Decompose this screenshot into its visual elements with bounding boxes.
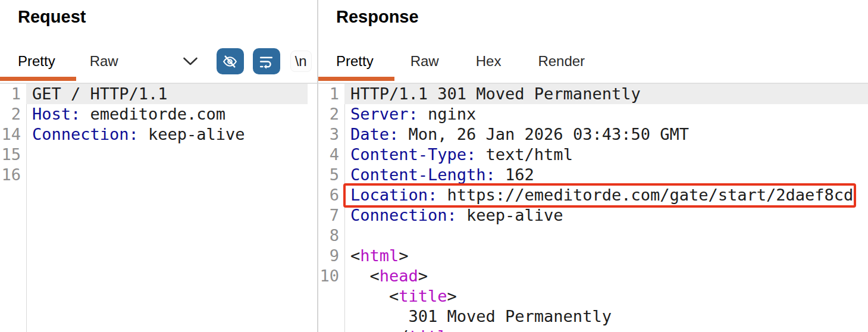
request-panel-title: Request (0, 0, 317, 45)
line-number: 10 (318, 266, 344, 286)
active-tab-underline (318, 77, 394, 81)
code-line[interactable]: 301 Moved Permanently (318, 306, 868, 327)
response-tabbar: Pretty Raw Hex Render (318, 45, 868, 84)
line-text (26, 145, 308, 165)
line-text: Content-Length: 162 (344, 165, 868, 185)
line-number: 9 (318, 246, 344, 266)
http-message-viewer: Request Pretty Raw (0, 0, 868, 332)
line-number: 4 (318, 145, 344, 165)
line-text: HTTP/1.1 301 Moved Permanently (344, 84, 868, 104)
code-line[interactable]: 6Location: https://emeditorde.com/gate/s… (318, 185, 868, 205)
response-code-lines: 1HTTP/1.1 301 Moved Permanently2Server: … (318, 84, 868, 332)
line-number: 16 (0, 165, 26, 185)
word-wrap-button[interactable] (253, 48, 280, 74)
line-number (318, 286, 344, 306)
request-panel: Request Pretty Raw (0, 0, 317, 332)
line-number: 1 (318, 84, 344, 104)
code-line[interactable]: <title> (318, 286, 868, 306)
word-wrap-icon (258, 54, 274, 70)
line-text (26, 165, 308, 185)
code-line[interactable]: 3Date: Mon, 26 Jan 2026 03:43:50 GMT (318, 124, 868, 145)
code-line[interactable]: 2Server: nginx (318, 104, 868, 124)
chevron-down-icon (183, 57, 198, 66)
line-text: Content-Type: text/html (344, 145, 868, 165)
request-tabbar: Pretty Raw (0, 45, 317, 84)
line-text: </title> (344, 327, 868, 332)
line-number: 5 (318, 165, 344, 185)
line-number: 2 (0, 104, 26, 124)
eye-off-icon (222, 54, 238, 70)
active-tab-underline (0, 77, 76, 81)
line-number (318, 306, 344, 327)
eye-off-button[interactable] (217, 48, 244, 74)
response-tab-pretty[interactable]: Pretty (336, 53, 374, 70)
code-line[interactable]: </title> (318, 327, 868, 332)
line-number: 2 (318, 104, 344, 124)
line-text: Location: https://emeditorde.com/gate/st… (344, 185, 868, 205)
code-line[interactable]: 4Content-Type: text/html (318, 145, 868, 165)
code-line[interactable]: 15 (0, 145, 308, 165)
code-line[interactable]: 7Connection: keep-alive (318, 205, 868, 225)
line-number: 3 (318, 124, 344, 145)
response-tab-render[interactable]: Render (538, 53, 585, 70)
line-text: Date: Mon, 26 Jan 2026 03:43:50 GMT (344, 124, 868, 145)
response-panel-title: Response (318, 0, 868, 45)
line-text: Connection: keep-alive (26, 124, 308, 145)
newline-toggle-button[interactable]: \n (290, 51, 312, 72)
line-number: 8 (318, 225, 344, 246)
code-line[interactable]: 16 (0, 165, 308, 185)
tab-options-chevron[interactable] (183, 57, 198, 66)
line-text: GET / HTTP/1.1 (26, 84, 308, 104)
request-tab-raw[interactable]: Raw (90, 53, 118, 70)
code-line[interactable]: 10 <head> (318, 266, 868, 286)
line-text: <title> (344, 286, 868, 306)
line-text: Host: emeditorde.com (26, 104, 308, 124)
response-tab-raw[interactable]: Raw (411, 53, 439, 70)
line-number: 14 (0, 124, 26, 145)
request-tab-pretty[interactable]: Pretty (18, 53, 55, 70)
code-line[interactable]: 9<html> (318, 246, 868, 266)
line-number (318, 327, 344, 332)
request-code-lines: 1GET / HTTP/1.12Host: emeditorde.com14Co… (0, 84, 308, 185)
code-line[interactable]: 2Host: emeditorde.com (0, 104, 308, 124)
line-number: 1 (0, 84, 26, 104)
line-text: <html> (344, 246, 868, 266)
line-text: 301 Moved Permanently (344, 306, 868, 327)
line-number: 15 (0, 145, 26, 165)
code-line[interactable]: 1HTTP/1.1 301 Moved Permanently (318, 84, 868, 104)
line-text: <head> (344, 266, 868, 286)
response-tab-hex[interactable]: Hex (476, 53, 502, 70)
code-line[interactable]: 5Content-Length: 162 (318, 165, 868, 185)
code-line[interactable]: 1GET / HTTP/1.1 (0, 84, 308, 104)
request-editor[interactable]: 1GET / HTTP/1.12Host: emeditorde.com14Co… (0, 84, 317, 332)
response-panel: Response Pretty Raw Hex Render 1HTTP/1.1… (318, 0, 868, 332)
line-text: Server: nginx (344, 104, 868, 124)
code-line[interactable]: 14Connection: keep-alive (0, 124, 308, 145)
code-line[interactable]: 8 (318, 225, 868, 246)
line-number: 6 (318, 185, 344, 205)
line-text (344, 225, 868, 246)
line-text: Connection: keep-alive (344, 205, 868, 225)
response-editor[interactable]: 1HTTP/1.1 301 Moved Permanently2Server: … (318, 84, 868, 332)
line-number: 7 (318, 205, 344, 225)
